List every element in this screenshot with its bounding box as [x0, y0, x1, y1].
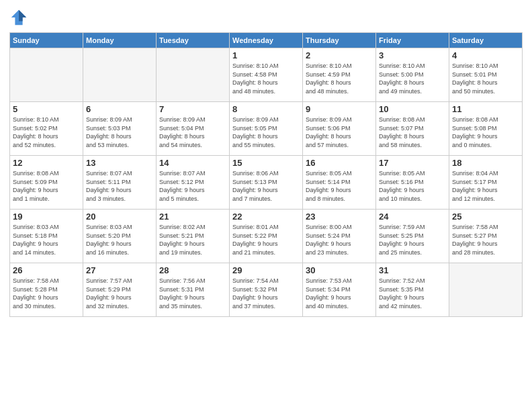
day-number: 29 [232, 265, 300, 275]
day-number: 15 [232, 158, 300, 168]
header [9, 8, 523, 27]
day-info: Sunrise: 8:07 AMSunset: 5:11 PMDaylight:… [86, 169, 153, 203]
calendar-cell: 18Sunrise: 8:04 AMSunset: 5:17 PMDayligh… [449, 156, 523, 210]
day-info: Sunrise: 7:58 AMSunset: 5:27 PMDaylight:… [452, 223, 519, 257]
day-info: Sunrise: 7:56 AMSunset: 5:31 PMDaylight:… [159, 277, 226, 310]
day-number: 20 [86, 212, 153, 222]
day-number: 31 [379, 265, 446, 275]
day-number: 13 [86, 158, 153, 168]
calendar-cell: 17Sunrise: 8:05 AMSunset: 5:16 PMDayligh… [376, 156, 449, 210]
weekday-friday: Friday [376, 33, 449, 48]
day-info: Sunrise: 8:05 AMSunset: 5:14 PMDaylight:… [306, 169, 373, 203]
day-info: Sunrise: 8:08 AMSunset: 5:08 PMDaylight:… [452, 116, 519, 149]
logo-icon [9, 8, 28, 27]
day-info: Sunrise: 8:10 AMSunset: 4:58 PMDaylight:… [232, 62, 300, 95]
day-number: 9 [306, 104, 373, 114]
day-info: Sunrise: 7:57 AMSunset: 5:29 PMDaylight:… [86, 277, 153, 310]
day-number: 5 [13, 104, 80, 114]
logo [9, 8, 31, 27]
day-info: Sunrise: 8:05 AMSunset: 5:16 PMDaylight:… [379, 169, 446, 203]
day-info: Sunrise: 8:02 AMSunset: 5:21 PMDaylight:… [159, 223, 226, 257]
day-info: Sunrise: 7:53 AMSunset: 5:34 PMDaylight:… [306, 277, 373, 310]
calendar-cell: 27Sunrise: 7:57 AMSunset: 5:29 PMDayligh… [83, 263, 157, 317]
calendar-cell: 28Sunrise: 7:56 AMSunset: 5:31 PMDayligh… [157, 263, 230, 317]
day-number: 28 [159, 265, 226, 275]
day-number: 21 [159, 212, 226, 222]
week-row-1: 5Sunrise: 8:10 AMSunset: 5:02 PMDaylight… [10, 102, 523, 156]
day-info: Sunrise: 8:10 AMSunset: 5:02 PMDaylight:… [13, 116, 80, 149]
day-info: Sunrise: 7:58 AMSunset: 5:28 PMDaylight:… [13, 277, 80, 310]
day-number: 1 [232, 50, 300, 60]
calendar-cell: 15Sunrise: 8:06 AMSunset: 5:13 PMDayligh… [230, 156, 303, 210]
calendar-cell: 3Sunrise: 8:10 AMSunset: 5:00 PMDaylight… [376, 48, 449, 102]
day-number: 11 [452, 104, 519, 114]
svg-marker-1 [19, 10, 26, 21]
week-row-3: 19Sunrise: 8:03 AMSunset: 5:18 PMDayligh… [10, 210, 523, 263]
calendar-cell: 19Sunrise: 8:03 AMSunset: 5:18 PMDayligh… [10, 210, 83, 263]
page: SundayMondayTuesdayWednesdayThursdayFrid… [0, 0, 532, 411]
calendar-cell: 1Sunrise: 8:10 AMSunset: 4:58 PMDaylight… [230, 48, 303, 102]
calendar-cell: 13Sunrise: 8:07 AMSunset: 5:11 PMDayligh… [83, 156, 157, 210]
week-row-4: 26Sunrise: 7:58 AMSunset: 5:28 PMDayligh… [10, 263, 523, 317]
day-info: Sunrise: 8:10 AMSunset: 4:59 PMDaylight:… [306, 62, 373, 95]
calendar-cell: 23Sunrise: 8:00 AMSunset: 5:24 PMDayligh… [303, 210, 376, 263]
day-info: Sunrise: 8:09 AMSunset: 5:06 PMDaylight:… [306, 116, 373, 149]
day-number: 22 [232, 212, 300, 222]
day-number: 19 [13, 212, 80, 222]
day-number: 2 [306, 50, 373, 60]
day-number: 27 [86, 265, 153, 275]
day-info: Sunrise: 8:03 AMSunset: 5:20 PMDaylight:… [86, 223, 153, 257]
day-info: Sunrise: 8:08 AMSunset: 5:09 PMDaylight:… [13, 169, 80, 203]
day-number: 7 [159, 104, 226, 114]
day-info: Sunrise: 7:59 AMSunset: 5:25 PMDaylight:… [379, 223, 446, 257]
day-number: 8 [232, 104, 300, 114]
calendar-cell: 12Sunrise: 8:08 AMSunset: 5:09 PMDayligh… [10, 156, 83, 210]
calendar-cell: 20Sunrise: 8:03 AMSunset: 5:20 PMDayligh… [83, 210, 157, 263]
day-number: 10 [379, 104, 446, 114]
weekday-sunday: Sunday [10, 33, 83, 48]
calendar-cell: 14Sunrise: 8:07 AMSunset: 5:12 PMDayligh… [157, 156, 230, 210]
calendar-cell: 30Sunrise: 7:53 AMSunset: 5:34 PMDayligh… [303, 263, 376, 317]
week-row-2: 12Sunrise: 8:08 AMSunset: 5:09 PMDayligh… [10, 156, 523, 210]
calendar-cell: 11Sunrise: 8:08 AMSunset: 5:08 PMDayligh… [449, 102, 523, 156]
calendar-cell: 21Sunrise: 8:02 AMSunset: 5:21 PMDayligh… [157, 210, 230, 263]
day-info: Sunrise: 8:00 AMSunset: 5:24 PMDaylight:… [306, 223, 373, 257]
day-number: 26 [13, 265, 80, 275]
calendar-cell: 7Sunrise: 8:09 AMSunset: 5:04 PMDaylight… [157, 102, 230, 156]
day-number: 16 [306, 158, 373, 168]
calendar-cell [83, 48, 157, 102]
day-info: Sunrise: 8:03 AMSunset: 5:18 PMDaylight:… [13, 223, 80, 257]
day-info: Sunrise: 8:06 AMSunset: 5:13 PMDaylight:… [232, 169, 300, 203]
day-info: Sunrise: 8:04 AMSunset: 5:17 PMDaylight:… [452, 169, 519, 203]
day-number: 14 [159, 158, 226, 168]
calendar-cell: 16Sunrise: 8:05 AMSunset: 5:14 PMDayligh… [303, 156, 376, 210]
calendar-table: SundayMondayTuesdayWednesdayThursdayFrid… [9, 32, 523, 317]
day-info: Sunrise: 7:52 AMSunset: 5:35 PMDaylight:… [379, 277, 446, 310]
calendar-cell: 25Sunrise: 7:58 AMSunset: 5:27 PMDayligh… [449, 210, 523, 263]
day-info: Sunrise: 7:54 AMSunset: 5:32 PMDaylight:… [232, 277, 300, 310]
calendar-cell: 2Sunrise: 8:10 AMSunset: 4:59 PMDaylight… [303, 48, 376, 102]
calendar-cell: 31Sunrise: 7:52 AMSunset: 5:35 PMDayligh… [376, 263, 449, 317]
day-info: Sunrise: 8:10 AMSunset: 5:00 PMDaylight:… [379, 62, 446, 95]
day-number: 17 [379, 158, 446, 168]
calendar-cell [10, 48, 83, 102]
day-number: 6 [86, 104, 153, 114]
day-number: 25 [452, 212, 519, 222]
day-number: 18 [452, 158, 519, 168]
day-number: 3 [379, 50, 446, 60]
day-info: Sunrise: 8:09 AMSunset: 5:05 PMDaylight:… [232, 116, 300, 149]
calendar-cell: 6Sunrise: 8:09 AMSunset: 5:03 PMDaylight… [83, 102, 157, 156]
calendar-cell: 29Sunrise: 7:54 AMSunset: 5:32 PMDayligh… [230, 263, 303, 317]
calendar-cell: 5Sunrise: 8:10 AMSunset: 5:02 PMDaylight… [10, 102, 83, 156]
day-number: 24 [379, 212, 446, 222]
weekday-saturday: Saturday [449, 33, 523, 48]
calendar-cell: 26Sunrise: 7:58 AMSunset: 5:28 PMDayligh… [10, 263, 83, 317]
day-info: Sunrise: 8:10 AMSunset: 5:01 PMDaylight:… [452, 62, 519, 95]
day-number: 30 [306, 265, 373, 275]
weekday-header-row: SundayMondayTuesdayWednesdayThursdayFrid… [10, 33, 523, 48]
calendar-cell: 4Sunrise: 8:10 AMSunset: 5:01 PMDaylight… [449, 48, 523, 102]
calendar-cell: 9Sunrise: 8:09 AMSunset: 5:06 PMDaylight… [303, 102, 376, 156]
week-row-0: 1Sunrise: 8:10 AMSunset: 4:58 PMDaylight… [10, 48, 523, 102]
calendar-cell: 22Sunrise: 8:01 AMSunset: 5:22 PMDayligh… [230, 210, 303, 263]
day-info: Sunrise: 8:07 AMSunset: 5:12 PMDaylight:… [159, 169, 226, 203]
